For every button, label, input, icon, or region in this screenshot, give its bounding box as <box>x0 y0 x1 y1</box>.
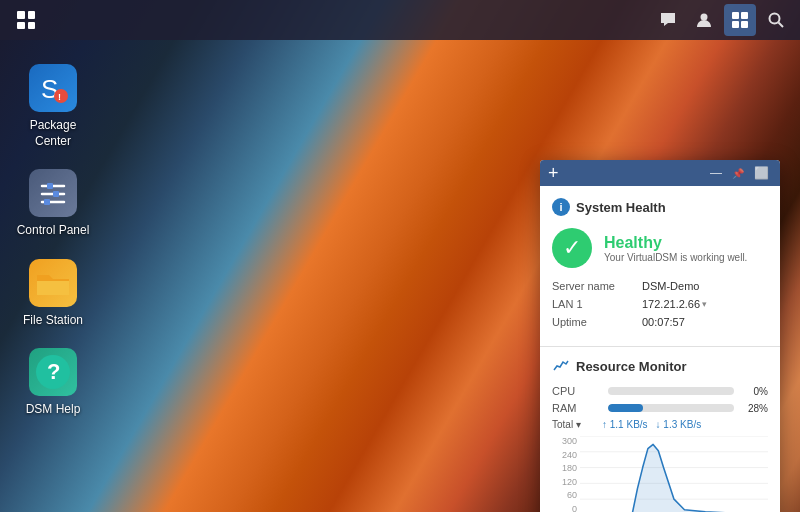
dsm-help-image: ? <box>29 348 77 396</box>
control-panel-image <box>29 169 77 217</box>
server-name-value: DSM-Demo <box>642 280 699 292</box>
apps-menu-button[interactable] <box>8 2 44 38</box>
widget-minimize-button[interactable]: — <box>707 166 725 180</box>
svg-rect-4 <box>741 21 748 28</box>
control-panel-icon[interactable]: Control Panel <box>8 161 98 247</box>
widget-pin-button[interactable]: 📌 <box>729 168 747 179</box>
svg-marker-24 <box>580 444 768 512</box>
svg-rect-11 <box>47 183 53 189</box>
y-label-120: 120 <box>552 477 577 487</box>
ram-row: RAM 28% <box>552 402 768 414</box>
svg-point-5 <box>770 14 780 24</box>
y-label-300: 300 <box>552 436 577 446</box>
ram-label: RAM <box>552 402 602 414</box>
chat-icon[interactable] <box>652 4 684 36</box>
file-station-label: File Station <box>23 313 83 329</box>
svg-text:?: ? <box>47 359 60 384</box>
server-name-row: Server name DSM-Demo <box>552 280 768 292</box>
healthy-description: Your VirtualDSM is working well. <box>604 252 747 263</box>
file-station-icon[interactable]: File Station <box>8 251 98 337</box>
chart-y-axis: 300 240 180 120 60 0 <box>552 436 580 512</box>
y-label-60: 60 <box>552 490 577 500</box>
svg-point-0 <box>701 14 708 21</box>
cpu-label: CPU <box>552 385 602 397</box>
widget-maximize-button[interactable]: ⬜ <box>751 166 772 180</box>
y-label-240: 240 <box>552 450 577 460</box>
upload-speed: ↑ 1.1 KB/s <box>602 419 648 430</box>
health-check-circle: ✓ <box>552 228 592 268</box>
svg-rect-1 <box>732 12 739 19</box>
file-station-image <box>29 259 77 307</box>
package-center-icon[interactable]: S ! Package Center <box>8 56 98 157</box>
dsm-help-icon[interactable]: ? DSM Help <box>8 340 98 426</box>
cpu-bar <box>608 387 734 395</box>
user-icon[interactable] <box>688 4 720 36</box>
y-label-0: 0 <box>552 504 577 512</box>
resource-monitor-icon <box>552 357 570 375</box>
uptime-label: Uptime <box>552 316 642 328</box>
total-label[interactable]: Total ▾ <box>552 419 602 430</box>
cpu-percent: 0% <box>740 386 768 397</box>
grid-view-icon[interactable] <box>724 4 756 36</box>
lan-dropdown-icon[interactable]: ▾ <box>702 299 707 309</box>
svg-rect-2 <box>741 12 748 19</box>
y-label-180: 180 <box>552 463 577 473</box>
uptime-value: 00:07:57 <box>642 316 685 328</box>
resource-chart: 300 240 180 120 60 0 <box>552 436 768 512</box>
svg-rect-13 <box>53 191 59 197</box>
desktop-icon-area: S ! Package Center Control Panel <box>0 48 106 434</box>
ram-percent: 28% <box>740 403 768 414</box>
system-health-section: i System Health ✓ Healthy Your VirtualDS… <box>540 186 780 347</box>
system-widget: + — 📌 ⬜ i System Health ✓ Healthy Your V… <box>540 160 780 512</box>
svg-rect-15 <box>44 199 50 205</box>
dsm-help-label: DSM Help <box>26 402 81 418</box>
total-row: Total ▾ ↑ 1.1 KB/s ↓ 1.3 KB/s <box>552 419 768 430</box>
lan-row: LAN 1 172.21.2.66 ▾ <box>552 298 768 310</box>
widget-top-bar: + — 📌 ⬜ <box>540 160 780 186</box>
package-center-label: Package Center <box>12 118 94 149</box>
ram-bar <box>608 404 734 412</box>
chart-svg-area <box>580 436 768 512</box>
svg-rect-3 <box>732 21 739 28</box>
lan-label: LAN 1 <box>552 298 642 310</box>
control-panel-label: Control Panel <box>17 223 90 239</box>
resource-monitor-section: Resource Monitor CPU 0% RAM 28% Total ▾ … <box>540 347 780 512</box>
resource-monitor-title: Resource Monitor <box>576 359 687 374</box>
svg-point-8 <box>54 89 68 103</box>
server-name-label: Server name <box>552 280 642 292</box>
system-health-info-icon: i <box>552 198 570 216</box>
package-center-image: S ! <box>29 64 77 112</box>
download-speed: ↓ 1.3 KB/s <box>656 419 702 430</box>
uptime-row: Uptime 00:07:57 <box>552 316 768 328</box>
taskbar <box>0 0 800 40</box>
widget-add-button[interactable]: + <box>548 164 559 182</box>
system-health-title: System Health <box>576 200 666 215</box>
svg-line-6 <box>779 23 784 28</box>
svg-text:!: ! <box>58 92 61 102</box>
healthy-status-label: Healthy <box>604 234 747 252</box>
cpu-row: CPU 0% <box>552 385 768 397</box>
check-mark-icon: ✓ <box>563 237 581 259</box>
ram-fill-bar <box>608 404 643 412</box>
search-icon[interactable] <box>760 4 792 36</box>
lan-value: 172.21.2.66 <box>642 298 700 310</box>
